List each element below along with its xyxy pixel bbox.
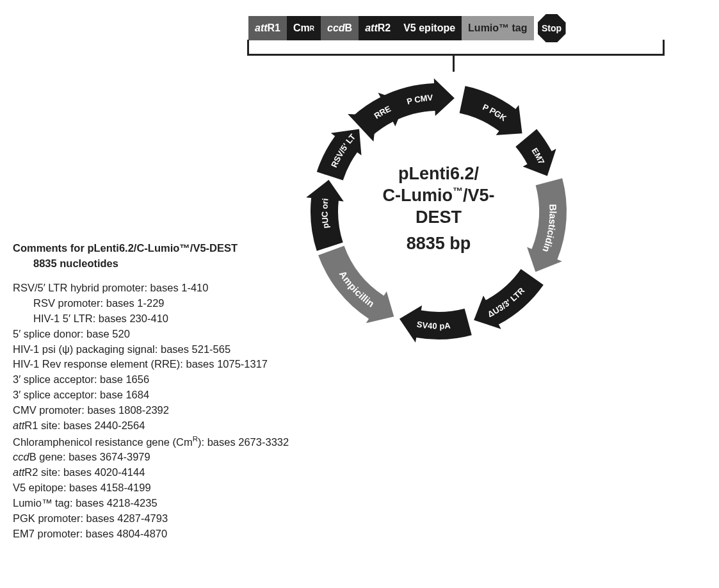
comments-header-1: Comments for pLenti6.2/C-Lumio™/V5-DEST [13, 242, 238, 254]
feature-label-puc: pUC ori [319, 198, 330, 229]
comments-header: Comments for pLenti6.2/C-Lumio™/V5-DEST … [13, 241, 289, 272]
comment-line-7: 3′ splice acceptor: base 1684 [13, 388, 289, 403]
comment-line-16: EM7 promoter: bases 4804-4870 [13, 527, 289, 542]
comment-line-6: 3′ splice acceptor: base 1656 [13, 372, 289, 388]
comments-block: Comments for pLenti6.2/C-Lumio™/V5-DEST … [13, 241, 289, 542]
comments-lines: RSV/5′ LTR hybrid promoter: bases 1-410R… [13, 281, 289, 542]
comment-line-8: CMV promoter: bases 1808-2392 [13, 403, 289, 418]
plasmid-map: P CMVP PGKEM7BlasticidinΔU3/3′ LTRSV40 p… [269, 64, 608, 359]
plasmid-name-line2-pre: C-Lumio [382, 186, 452, 205]
plasmid-center-label: pLenti6.2/ C-Lumio™/V5- DEST 8835 bp [346, 163, 531, 255]
comment-line-14: Lumio™ tag: bases 4218-4235 [13, 496, 289, 511]
cassette-box-5: Lumio™ tag [462, 16, 533, 40]
comment-line-10: Chloramphenicol resistance gene (CmR): b… [13, 434, 289, 450]
comment-line-15: PGK promoter: bases 4287-4793 [13, 511, 289, 527]
feature-label-rsv: P RSV/5′ LTR [269, 64, 357, 171]
cassette-bracket [247, 40, 665, 56]
plasmid-tm: ™ [453, 186, 463, 197]
cassette-box-2: ccdB [321, 16, 359, 40]
cassette-bar: attR1CmRccdBattR2V5 epitopeLumio™ tagSto… [248, 14, 566, 42]
comment-line-12: attR2 site: bases 4020-4144 [13, 465, 289, 480]
cassette-box-4: V5 epitope [397, 16, 462, 40]
comment-line-5: HIV-1 Rev response element (RRE): bases … [13, 357, 289, 372]
feature-blast [527, 178, 567, 272]
plasmid-name-line2-post: /V5- [463, 186, 495, 205]
cassette-stop-icon: Stop [538, 14, 566, 42]
plasmid-name-line1: pLenti6.2/ [398, 164, 479, 183]
comment-line-9: attR1 site: bases 2440-2564 [13, 418, 289, 434]
plasmid-name-line3: DEST [416, 208, 462, 227]
comment-line-0: RSV/5′ LTR hybrid promoter: bases 1-410 [13, 281, 289, 296]
comments-header-2: 8835 nucleotides [13, 257, 118, 269]
comment-line-2: HIV-1 5′ LTR: bases 230-410 [13, 311, 289, 327]
comment-line-3: 5′ splice donor: base 520 [13, 327, 289, 342]
cassette-box-0: attR1 [248, 16, 287, 40]
cassette-box-3: attR2 [359, 16, 397, 40]
comment-line-4: HIV-1 psi (ψ) packaging signal: bases 52… [13, 342, 289, 357]
cassette-box-1: CmR [287, 16, 321, 40]
comment-line-1: RSV promoter: bases 1-229 [13, 296, 289, 311]
comment-line-13: V5 epitope: bases 4158-4199 [13, 480, 289, 496]
comment-line-11: ccdB gene: bases 3674-3979 [13, 450, 289, 465]
plasmid-size: 8835 bp [346, 233, 531, 255]
